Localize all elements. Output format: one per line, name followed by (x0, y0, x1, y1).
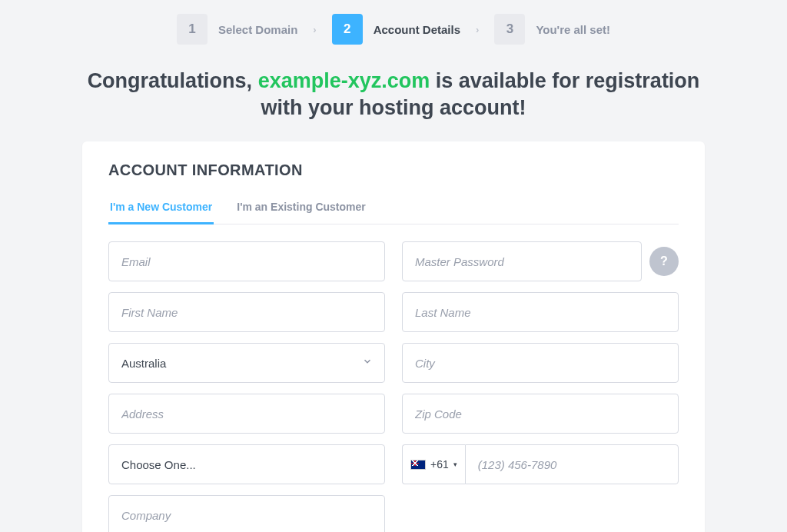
step-label: Select Domain (218, 23, 297, 36)
email-field[interactable] (108, 241, 385, 281)
phone-country-code-select[interactable]: +61 ▾ (402, 444, 465, 484)
tab-new-customer[interactable]: I'm a New Customer (108, 195, 214, 224)
country-select[interactable]: Australia (108, 343, 385, 383)
account-form: ? Australia Choose One... (108, 241, 679, 532)
account-card: ACCOUNT INFORMATION I'm a New Customer I… (82, 141, 705, 532)
step-label: Account Details (374, 23, 460, 36)
first-name-field[interactable] (108, 292, 385, 332)
step-label: You're all set! (536, 23, 610, 36)
step-number: 2 (332, 14, 363, 45)
address-field-wrap (108, 394, 385, 434)
chevron-right-icon: › (313, 24, 316, 35)
tab-existing-customer[interactable]: I'm an Existing Customer (235, 195, 367, 224)
state-select-wrap: Choose One... (108, 444, 385, 484)
progress-stepper: 1 Select Domain › 2 Account Details › 3 … (0, 0, 787, 62)
city-field-wrap (402, 343, 679, 383)
step-account-details[interactable]: 2 Account Details (332, 14, 460, 45)
step-number: 1 (177, 14, 208, 45)
password-field-wrap: ? (402, 241, 679, 281)
chevron-right-icon: › (476, 24, 479, 35)
customer-tabs: I'm a New Customer I'm an Existing Custo… (108, 195, 679, 224)
last-name-field[interactable] (402, 292, 679, 332)
city-field[interactable] (402, 343, 679, 383)
company-field[interactable] (108, 495, 385, 532)
zip-field[interactable] (402, 394, 679, 434)
section-title: ACCOUNT INFORMATION (108, 161, 679, 179)
phone-field-wrap: +61 ▾ (402, 444, 679, 484)
headline-domain: example-xyz.com (258, 69, 430, 92)
password-field[interactable] (402, 241, 642, 281)
caret-down-icon: ▾ (453, 461, 457, 468)
zip-field-wrap (402, 394, 679, 434)
step-number: 3 (494, 14, 525, 45)
last-name-field-wrap (402, 292, 679, 332)
phone-code-value: +61 (430, 458, 449, 470)
password-help-icon[interactable]: ? (649, 247, 679, 276)
phone-field[interactable] (465, 444, 679, 484)
step-all-set[interactable]: 3 You're all set! (494, 14, 610, 45)
flag-au-icon (410, 460, 426, 470)
headline-text-pre: Congratulations, (88, 69, 258, 92)
state-select[interactable]: Choose One... (108, 444, 385, 484)
email-field-wrap (108, 241, 385, 281)
country-select-wrap: Australia (108, 343, 385, 383)
state-value: Choose One... (121, 458, 196, 471)
address-field[interactable] (108, 394, 385, 434)
first-name-field-wrap (108, 292, 385, 332)
company-field-wrap (108, 495, 385, 532)
step-select-domain[interactable]: 1 Select Domain (177, 14, 297, 45)
country-value: Australia (121, 357, 166, 370)
headline: Congratulations, example-xyz.com is avai… (78, 68, 709, 121)
